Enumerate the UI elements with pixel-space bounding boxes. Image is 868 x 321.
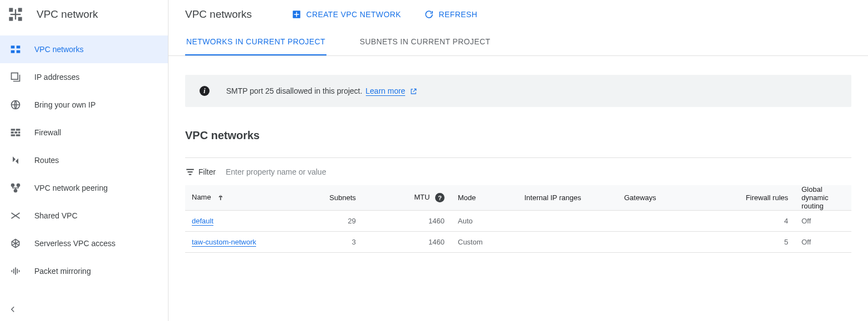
info-icon: i	[200, 86, 210, 96]
tab-networks[interactable]: NETWORKS IN CURRENT PROJECT	[185, 29, 326, 55]
cell-mtu: 1460	[362, 211, 451, 232]
sidebar-item-serverless-vpc[interactable]: Serverless VPC access	[0, 230, 168, 257]
refresh-label: REFRESH	[438, 10, 477, 19]
svg-rect-14	[11, 131, 14, 133]
cell-internal-ip	[518, 211, 617, 232]
svg-rect-17	[11, 134, 16, 136]
filter-icon[interactable]	[185, 167, 195, 177]
sidebar-item-label: Shared VPC	[34, 211, 78, 220]
svg-rect-23	[13, 269, 14, 273]
sidebar-item-label: Packet mirroring	[34, 267, 91, 276]
tab-label: NETWORKS IN CURRENT PROJECT	[186, 37, 325, 46]
svg-rect-26	[19, 270, 20, 272]
sidebar-item-label: VPC networks	[34, 45, 84, 54]
refresh-icon	[424, 9, 434, 19]
cell-internal-ip	[518, 232, 617, 253]
networks-table: Name Subnets MTU ? Mode Internal IP rang…	[185, 185, 851, 253]
content: i SMTP port 25 disallowed in this projec…	[169, 56, 868, 253]
col-internal-ip[interactable]: Internal IP ranges	[518, 185, 617, 211]
svg-rect-9	[17, 50, 21, 53]
network-link[interactable]: taw-custom-network	[192, 238, 256, 247]
filter-row: Filter	[185, 157, 851, 185]
cell-firewall: 5	[728, 232, 795, 253]
cell-subnets: 29	[285, 211, 362, 232]
sidebar-title: VPC network	[37, 8, 98, 21]
sidebar-item-label: Routes	[34, 156, 59, 165]
svg-rect-29	[294, 14, 299, 15]
tab-subnets[interactable]: SUBNETS IN CURRENT PROJECT	[359, 29, 492, 55]
refresh-button[interactable]: REFRESH	[424, 9, 477, 19]
svg-rect-8	[11, 50, 15, 53]
tabs: NETWORKS IN CURRENT PROJECT SUBNETS IN C…	[169, 29, 868, 56]
col-mtu[interactable]: MTU ?	[362, 185, 451, 211]
col-firewall[interactable]: Firewall rules	[728, 185, 795, 211]
packet-mirroring-icon	[9, 264, 22, 278]
col-label: Name	[192, 193, 211, 201]
svg-rect-13	[16, 129, 21, 130]
svg-point-19	[12, 184, 14, 187]
sidebar-item-byoip[interactable]: Bring your own IP	[0, 91, 168, 119]
col-label: Firewall rules	[746, 193, 788, 202]
sidebar-header: VPC network	[0, 0, 168, 29]
sidebar-item-ip-addresses[interactable]: IP addresses	[0, 63, 168, 91]
help-icon[interactable]: ?	[435, 193, 445, 202]
cell-firewall: 4	[728, 211, 795, 232]
sidebar-item-routes[interactable]: Routes	[0, 146, 168, 174]
firewall-icon	[9, 126, 22, 139]
create-vpc-network-button[interactable]: CREATE VPC NETWORK	[292, 9, 401, 19]
create-label: CREATE VPC NETWORK	[306, 10, 401, 19]
learn-more-link[interactable]: Learn more	[366, 86, 406, 96]
plus-icon	[292, 9, 302, 19]
banner-text: SMTP port 25 disallowed in this project.	[226, 86, 362, 95]
sidebar-item-label: VPC network peering	[34, 184, 108, 192]
svg-point-20	[17, 184, 20, 187]
svg-rect-6	[11, 45, 15, 48]
svg-rect-22	[15, 267, 16, 274]
cell-name: taw-custom-network	[185, 232, 285, 253]
serverless-vpc-icon	[9, 237, 22, 250]
sidebar-item-label: Firewall	[34, 128, 61, 137]
chevron-left-icon	[8, 304, 18, 316]
col-mode[interactable]: Mode	[451, 185, 518, 211]
banner-message: SMTP port 25 disallowed in this project.…	[226, 86, 417, 95]
sidebar-item-firewall[interactable]: Firewall	[0, 119, 168, 146]
table-row: default 29 1460 Auto 4 Off	[185, 211, 851, 232]
sidebar-item-packet-mirroring[interactable]: Packet mirroring	[0, 257, 168, 285]
svg-rect-10	[12, 73, 18, 80]
network-link[interactable]: default	[192, 217, 213, 226]
sidebar-collapse[interactable]	[0, 299, 168, 321]
cell-routing: Off	[795, 211, 851, 232]
sidebar-item-shared-vpc[interactable]: Shared VPC	[0, 202, 168, 230]
svg-rect-1	[18, 8, 22, 12]
byoip-icon	[9, 98, 22, 111]
sidebar-nav: VPC networks IP addresses Bring your own…	[0, 35, 168, 285]
sidebar-item-vpc-networks[interactable]: VPC networks	[0, 35, 168, 63]
info-banner: i SMTP port 25 disallowed in this projec…	[185, 75, 851, 107]
svg-rect-31	[188, 171, 193, 172]
filter-input[interactable]	[226, 167, 851, 176]
cell-gateways	[617, 232, 728, 253]
section-title: VPC networks	[185, 129, 851, 142]
col-name[interactable]: Name	[185, 185, 285, 211]
cell-mode: Auto	[451, 211, 518, 232]
col-label: MTU	[414, 193, 430, 201]
svg-rect-30	[186, 169, 194, 170]
cell-gateways	[617, 211, 728, 232]
cell-routing: Off	[795, 232, 851, 253]
peering-icon	[9, 181, 22, 195]
sidebar-item-peering[interactable]: VPC network peering	[0, 174, 168, 202]
svg-rect-24	[17, 269, 18, 273]
sidebar-item-label: Bring your own IP	[34, 100, 96, 109]
col-gateways[interactable]: Gateways	[617, 185, 728, 211]
cell-mode: Custom	[451, 232, 518, 253]
sidebar: VPC network VPC networks IP addresses Br…	[0, 0, 169, 321]
col-routing[interactable]: Global dynamic routing	[795, 185, 851, 211]
svg-rect-32	[189, 174, 192, 175]
cell-subnets: 3	[285, 232, 362, 253]
tab-label: SUBNETS IN CURRENT PROJECT	[360, 37, 491, 46]
routes-icon	[9, 154, 22, 167]
svg-rect-25	[12, 270, 13, 272]
table-header-row: Name Subnets MTU ? Mode Internal IP rang…	[185, 185, 851, 211]
col-subnets[interactable]: Subnets	[285, 185, 362, 211]
vpc-network-logo-icon	[7, 6, 24, 23]
